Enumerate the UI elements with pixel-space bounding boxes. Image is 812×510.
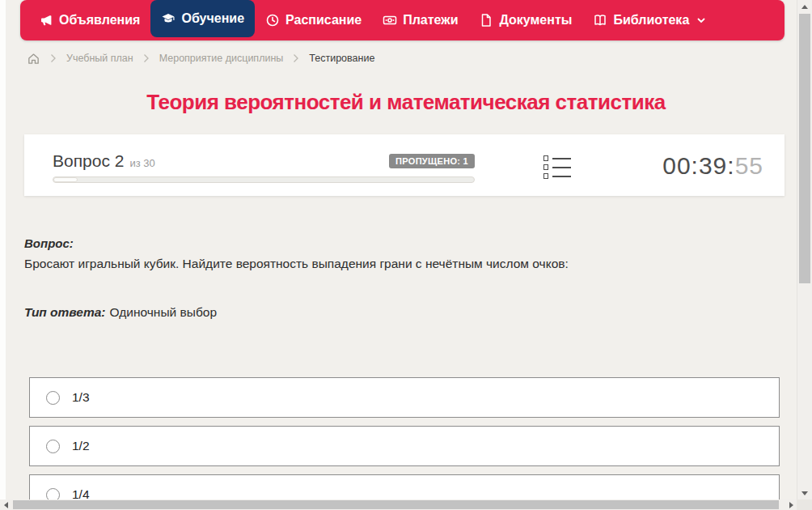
radio-button[interactable] xyxy=(46,391,60,405)
question-text: Бросают игральный кубик. Найдите вероятн… xyxy=(24,256,760,272)
breadcrumb-separator-icon xyxy=(143,53,150,63)
radio-button[interactable] xyxy=(46,440,60,453)
vertical-scrollbar[interactable] xyxy=(797,0,812,499)
timer-seconds: 55 xyxy=(735,152,763,179)
banknote-icon xyxy=(383,13,397,28)
question-list-icon[interactable] xyxy=(543,155,571,179)
question-block: Вопрос: Бросают игральный кубик. Найдите… xyxy=(24,236,760,320)
breadcrumb-separator-icon xyxy=(293,53,299,63)
progress-bar xyxy=(53,176,475,183)
scroll-right-button[interactable] xyxy=(785,499,797,510)
timer-hours-minutes: 00:39: xyxy=(662,152,734,179)
window-left-edge xyxy=(0,0,6,499)
answer-option-label: 1/3 xyxy=(72,390,90,405)
scrollbar-corner xyxy=(797,499,812,510)
breadcrumb-discipline-event[interactable]: Мероприятие дисциплины xyxy=(159,53,284,64)
vertical-scroll-thumb[interactable] xyxy=(799,14,810,283)
skipped-badge: ПРОПУЩЕНО: 1 xyxy=(389,154,475,168)
scroll-down-button[interactable] xyxy=(797,487,812,499)
nav-item-label: Библиотека xyxy=(613,13,689,28)
page-background: Объявления Обучение Расписание Платежи Д… xyxy=(0,0,812,510)
arrow-down-icon xyxy=(801,491,808,495)
answer-option-2[interactable]: 1/2 xyxy=(29,426,780,466)
answer-type-label: Тип ответа: xyxy=(24,305,106,319)
graduation-cap-icon xyxy=(161,11,176,26)
answer-options: 1/3 1/2 1/4 xyxy=(29,377,780,510)
answer-option-label: 1/2 xyxy=(72,439,90,453)
page-title: Теория вероятностей и математическая ста… xyxy=(0,90,812,115)
home-icon[interactable] xyxy=(27,52,40,66)
question-number: Вопрос 2 xyxy=(53,151,124,171)
chevron-down-icon xyxy=(696,15,706,25)
main-nav: Объявления Обучение Расписание Платежи Д… xyxy=(20,0,785,40)
scroll-left-button[interactable] xyxy=(0,499,11,510)
nav-item-library[interactable]: Библиотека xyxy=(582,0,717,40)
answer-type-value: Одиночный выбор xyxy=(110,305,218,319)
nav-item-documents[interactable]: Документы xyxy=(468,0,582,40)
nav-item-label: Объявления xyxy=(59,13,140,28)
nav-item-label: Расписание xyxy=(285,13,362,28)
arrow-up-icon xyxy=(801,5,808,9)
nav-item-label: Документы xyxy=(499,13,572,28)
scroll-up-button[interactable] xyxy=(797,0,812,13)
nav-item-label: Платежи xyxy=(403,13,458,28)
breadcrumb-separator-icon xyxy=(50,53,57,63)
megaphone-icon xyxy=(39,13,53,28)
breadcrumb: Учебный план Мероприятие дисциплины Тест… xyxy=(27,49,374,67)
question-label: Вопрос: xyxy=(24,236,760,250)
nav-item-label: Обучение xyxy=(181,11,244,26)
nav-item-payments[interactable]: Платежи xyxy=(372,0,468,40)
nav-item-announcements[interactable]: Объявления xyxy=(28,0,150,40)
clock-icon xyxy=(265,13,280,28)
breadcrumb-curriculum[interactable]: Учебный план xyxy=(66,53,133,64)
question-progress-block: Вопрос 2 из 30 ПРОПУЩЕНО: 1 xyxy=(53,151,475,183)
arrow-right-icon xyxy=(789,502,793,508)
question-total: из 30 xyxy=(129,157,154,169)
nav-item-schedule[interactable]: Расписание xyxy=(255,0,372,40)
timer: 00:39:55 xyxy=(662,152,763,180)
progress-bar-thumb xyxy=(53,177,78,182)
book-icon xyxy=(593,13,607,28)
document-icon xyxy=(479,13,493,28)
answer-type-line: Тип ответа:Одиночный выбор xyxy=(24,305,760,320)
horizontal-scrollbar[interactable] xyxy=(0,499,797,510)
question-panel: Вопрос 2 из 30 ПРОПУЩЕНО: 1 00:39:55 xyxy=(24,134,785,196)
horizontal-scroll-thumb[interactable] xyxy=(13,500,779,509)
breadcrumb-testing: Тестирование xyxy=(309,53,374,64)
answer-option-1[interactable]: 1/3 xyxy=(29,377,780,418)
nav-item-learning[interactable]: Обучение xyxy=(150,0,255,37)
arrow-left-icon xyxy=(4,502,8,508)
